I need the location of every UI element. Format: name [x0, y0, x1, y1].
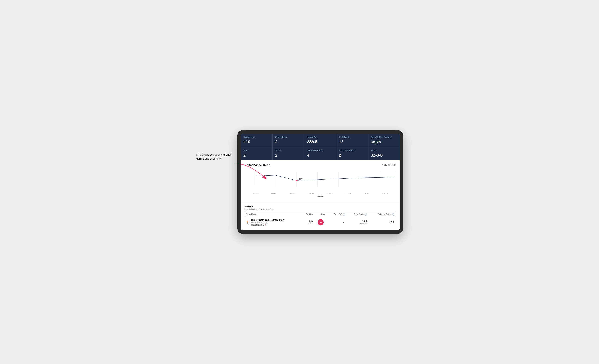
- events-table: Event Name Position Score Event SG ⓘ Tot…: [245, 212, 396, 228]
- info-icon-total-points: ⓘ: [365, 213, 367, 215]
- chart-x-axis-title: Months: [245, 195, 396, 198]
- stat-national-rank-label: National Rank: [243, 136, 270, 138]
- x-label-dec23: DEC 23: [283, 193, 302, 195]
- tablet: National Rank #10 Regional Rank 2 Scorin…: [237, 130, 403, 234]
- table-row: 🏌️ Buster Cozy Cup - Stroke Play Oct 9 -…: [245, 217, 396, 228]
- stat-stroke-play-label: Stroke Play Events: [307, 149, 333, 152]
- chart-svg: #10: [245, 169, 396, 192]
- stat-total-rounds-value: 12: [339, 139, 365, 144]
- performance-subtitle: National Rank: [382, 164, 396, 166]
- stat-national-rank-value: #10: [243, 139, 270, 144]
- event-position-sub: out of 7: [302, 223, 313, 225]
- stat-match-play-label: Match Play Events: [339, 149, 365, 152]
- event-total-points-value: 28.3: [348, 220, 367, 223]
- stat-scoring-avg: Scoring Avg. 286.5: [304, 133, 336, 147]
- stat-stroke-play-events: Stroke Play Events 4: [304, 147, 336, 160]
- info-icon-weighted: ⓘ: [389, 136, 392, 139]
- stat-regional-rank-label: Regional Rank: [275, 136, 302, 138]
- col-event-sg: Event SG ⓘ: [327, 212, 346, 217]
- stats-row-2: Wins 2 Top 3s 2 Stroke Play Events 4 Mat…: [241, 147, 400, 160]
- x-label-nov23: NOV 23: [265, 193, 283, 195]
- score-badge: -22: [317, 219, 324, 225]
- stat-scoring-avg-value: 286.5: [307, 139, 333, 144]
- events-title: Events: [245, 205, 396, 208]
- col-total-points: Total Points ⓘ: [347, 212, 369, 217]
- event-date: Oct 9 - Oct 10, 2023: [251, 222, 284, 224]
- col-position: Position: [301, 212, 314, 217]
- chart-current-point: [296, 179, 297, 181]
- col-event-name: Event Name: [245, 212, 301, 217]
- x-label-apr24: APR 24: [357, 193, 376, 195]
- stat-national-rank: National Rank #10: [241, 133, 272, 147]
- annotation-after: trend over time: [202, 157, 220, 160]
- event-position-value: 6th: [302, 220, 313, 223]
- annotation-text: This shows you your National Rank trend …: [196, 153, 234, 161]
- stat-regional-rank-value: 2: [275, 139, 302, 144]
- scene: This shows you your National Rank trend …: [196, 130, 403, 234]
- event-weighted-points-value: 28.3: [370, 221, 395, 224]
- x-label-jan24: JAN 24: [302, 193, 320, 195]
- stat-stroke-play-value: 4: [307, 153, 333, 158]
- events-last-updated: Last updated: 24th November 2023: [245, 208, 396, 210]
- stat-top3s-value: 2: [275, 153, 302, 158]
- performance-section: Performance Trend National Rank: [241, 160, 400, 202]
- event-icon: 🏌️: [246, 221, 250, 224]
- performance-title: Performance Trend: [245, 163, 270, 167]
- performance-chart: #10: [245, 169, 396, 192]
- chart-rank-label: #10: [299, 178, 302, 180]
- event-position-cell: 6th out of 7: [301, 217, 314, 228]
- stat-regional-rank: Regional Rank 2: [273, 133, 304, 147]
- x-label-oct23: OCT 23: [246, 193, 265, 195]
- chart-x-labels: OCT 23 NOV 23 DEC 23 JAN 24 FEB 24 MAR 2…: [245, 193, 396, 195]
- performance-header: Performance Trend National Rank: [245, 163, 396, 167]
- stat-wins-value: 2: [243, 153, 270, 158]
- event-total-points-sub: 3 Rounds: [348, 223, 367, 225]
- event-score-cell: -22: [314, 217, 327, 228]
- stat-top3s-label: Top 3s: [275, 149, 302, 152]
- event-rank-impact: Rank Impact: 3 ▼: [251, 224, 284, 226]
- stat-avg-weighted-points-label: Avg. Weighted Points ⓘ: [371, 136, 397, 138]
- stat-record-label: Record: [371, 149, 397, 152]
- events-section: Events Last updated: 24th November 2023 …: [241, 202, 400, 231]
- stat-match-play-events: Match Play Events 2: [336, 147, 368, 160]
- stat-avg-weighted-points-value: 68.75: [371, 140, 397, 144]
- stat-scoring-avg-label: Scoring Avg.: [307, 136, 333, 138]
- event-weighted-points-cell: 28.3: [369, 217, 396, 228]
- stat-record: Record 32-8-0: [368, 147, 400, 160]
- rank-impact-arrow: ▼: [264, 224, 266, 226]
- tablet-screen: National Rank #10 Regional Rank 2 Scorin…: [241, 133, 400, 231]
- stat-avg-weighted-points: Avg. Weighted Points ⓘ 68.75: [368, 133, 400, 147]
- info-icon-sg: ⓘ: [343, 213, 345, 215]
- event-name-cell: 🏌️ Buster Cozy Cup - Stroke Play Oct 9 -…: [245, 217, 301, 228]
- x-label-mar24: MAR 24: [339, 193, 357, 195]
- col-weighted-points: Weighted Points ⓘ: [369, 212, 396, 217]
- stat-total-rounds: Total Rounds 12: [336, 133, 368, 147]
- stats-row-1: National Rank #10 Regional Rank 2 Scorin…: [241, 133, 400, 147]
- stat-wins-label: Wins: [243, 149, 270, 152]
- x-label-may24: MAY 24: [376, 193, 394, 195]
- col-score: Score: [314, 212, 327, 217]
- x-label-feb24: FEB 24: [320, 193, 339, 195]
- event-sg-cell: 0.45: [327, 217, 346, 228]
- info-icon-weighted-points: ⓘ: [392, 213, 395, 215]
- stat-match-play-value: 2: [339, 153, 365, 158]
- stat-wins: Wins 2: [241, 147, 272, 160]
- stat-top3s: Top 3s 2: [273, 147, 304, 160]
- event-total-points-cell: 28.3 3 Rounds: [347, 217, 369, 228]
- annotation-before: This shows you your: [196, 153, 221, 156]
- stat-total-rounds-label: Total Rounds: [339, 136, 365, 138]
- stat-record-value: 32-8-0: [371, 153, 397, 158]
- event-name: Buster Cozy Cup - Stroke Play: [251, 219, 284, 221]
